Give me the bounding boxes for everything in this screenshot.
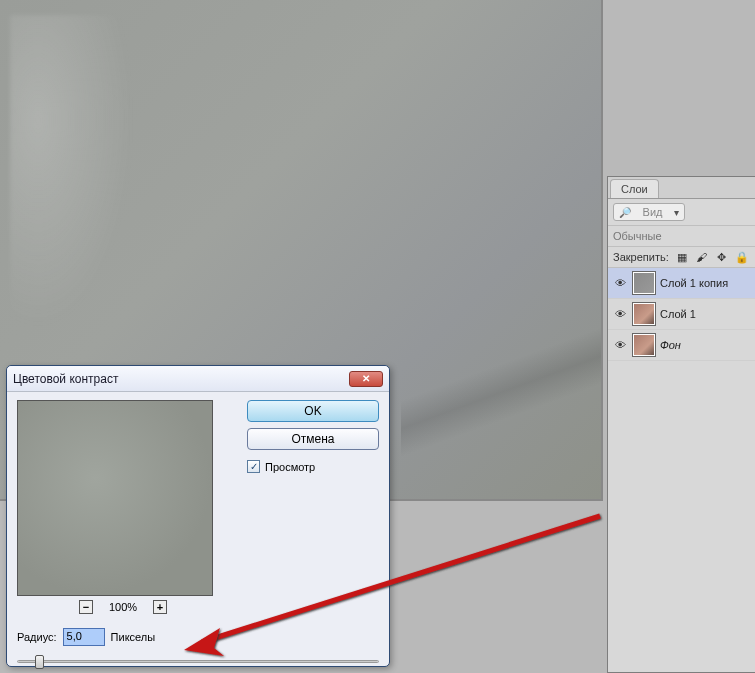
layer-list: 👁 Слой 1 копия 👁 Слой 1 👁 Фон <box>608 268 755 361</box>
layer-name: Слой 1 копия <box>660 277 728 289</box>
chevron-down-icon: ▾ <box>674 207 679 218</box>
zoom-controls: − 100% + <box>17 600 229 614</box>
lock-label: Закрепить: <box>613 251 669 263</box>
high-pass-dialog: Цветовой контраст ✕ − 100% + OK Отмена ✓ <box>6 365 390 667</box>
panel-tabs: Слои <box>608 177 755 199</box>
lock-position-icon[interactable]: ✥ <box>715 250 729 264</box>
search-icon: 🔎 <box>619 207 631 218</box>
filter-preview[interactable] <box>17 400 213 596</box>
close-icon: ✕ <box>362 373 370 384</box>
tab-layers[interactable]: Слои <box>610 179 659 198</box>
layer-kind-label: Вид <box>643 206 663 218</box>
visibility-eye-icon[interactable]: 👁 <box>612 337 628 353</box>
zoom-level: 100% <box>109 601 137 613</box>
layer-thumbnail[interactable] <box>632 333 656 357</box>
blend-mode-label: Обычные <box>613 230 662 242</box>
preview-label: Просмотр <box>265 461 315 473</box>
blend-mode-row[interactable]: Обычные <box>608 226 755 247</box>
zoom-out-button[interactable]: − <box>79 600 93 614</box>
layer-name: Фон <box>660 339 681 351</box>
layer-item[interactable]: 👁 Фон <box>608 330 755 361</box>
radius-label: Радиус: <box>17 631 57 643</box>
layer-item[interactable]: 👁 Слой 1 копия <box>608 268 755 299</box>
slider-track <box>17 660 379 663</box>
dialog-titlebar[interactable]: Цветовой контраст ✕ <box>7 366 389 392</box>
layer-item[interactable]: 👁 Слой 1 <box>608 299 755 330</box>
layer-thumbnail[interactable] <box>632 302 656 326</box>
lock-transparency-icon[interactable]: ▦ <box>675 250 689 264</box>
lock-row: Закрепить: ▦ 🖌 ✥ 🔒 <box>608 247 755 268</box>
slider-thumb[interactable] <box>35 655 44 669</box>
ok-button[interactable]: OK <box>247 400 379 422</box>
radius-unit: Пикселы <box>111 631 156 643</box>
layer-name: Слой 1 <box>660 308 696 320</box>
checkmark-icon: ✓ <box>250 461 258 472</box>
dialog-title: Цветовой контраст <box>13 372 118 386</box>
cancel-button[interactable]: Отмена <box>247 428 379 450</box>
visibility-eye-icon[interactable]: 👁 <box>612 306 628 322</box>
layers-panel: Слои 🔎 Вид ▾ Обычные Закрепить: ▦ 🖌 ✥ 🔒 … <box>607 176 755 673</box>
layer-kind-dropdown[interactable]: 🔎 Вид ▾ <box>613 203 685 221</box>
radius-slider[interactable] <box>17 654 379 668</box>
image-content <box>10 15 150 365</box>
minus-icon: − <box>83 601 89 613</box>
preview-checkbox-row: ✓ Просмотр <box>247 460 379 473</box>
lock-pixels-icon[interactable]: 🖌 <box>695 250 709 264</box>
close-button[interactable]: ✕ <box>349 371 383 387</box>
zoom-in-button[interactable]: + <box>153 600 167 614</box>
radius-input[interactable]: 5,0 <box>63 628 105 646</box>
visibility-eye-icon[interactable]: 👁 <box>612 275 628 291</box>
preview-checkbox[interactable]: ✓ <box>247 460 260 473</box>
layers-filter-row: 🔎 Вид ▾ <box>608 199 755 226</box>
lock-all-icon[interactable]: 🔒 <box>735 250 749 264</box>
radius-row: Радиус: 5,0 Пикселы <box>7 622 389 652</box>
plus-icon: + <box>157 601 163 613</box>
layer-thumbnail[interactable] <box>632 271 656 295</box>
